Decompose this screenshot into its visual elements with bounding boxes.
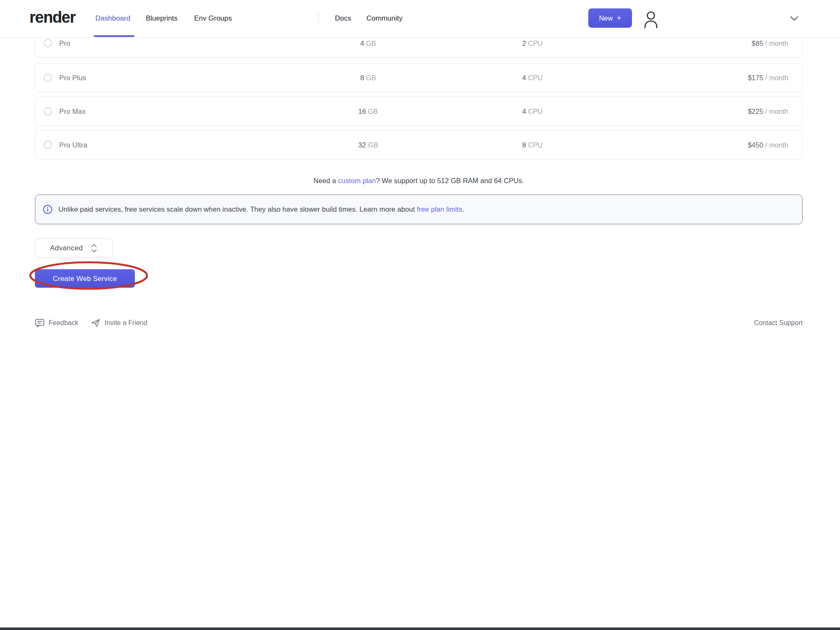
expand-collapse-icon: [90, 243, 98, 253]
plan-row-pro-ultra[interactable]: Pro Ultra 32 GB 8 CPU $450 / month: [35, 130, 803, 160]
feedback-button[interactable]: Feedback: [35, 319, 78, 328]
info-circle-icon: [43, 205, 53, 214]
custom-plan-link[interactable]: custom plan: [338, 177, 376, 184]
plan-cpu: 4 CPU: [522, 74, 543, 82]
chevron-down-icon[interactable]: [790, 16, 798, 21]
plan-row-pro-max[interactable]: Pro Max 16 GB 4 CPU $225 / month: [35, 97, 803, 126]
user-avatar-icon: [643, 10, 659, 29]
advanced-toggle[interactable]: Advanced: [35, 239, 113, 258]
plus-icon: +: [616, 13, 621, 23]
plan-ram: 4 GB: [360, 39, 376, 47]
nav-item-community[interactable]: Community: [366, 14, 403, 23]
plan-cpu: 2 CPU: [522, 39, 543, 47]
invite-friend-label: Invite a Friend: [105, 319, 147, 327]
feedback-label: Feedback: [49, 319, 78, 327]
plan-price: $450 / month: [748, 141, 788, 149]
create-web-service-button[interactable]: Create Web Service: [35, 269, 135, 288]
plan-radio-pro-ultra[interactable]: [44, 141, 52, 149]
nav-item-env-groups[interactable]: Env Groups: [194, 14, 232, 23]
plan-radio-pro-plus[interactable]: [44, 74, 52, 82]
top-nav-bar: render Dashboard Blueprints Env Groups D…: [0, 0, 840, 38]
plan-ram: 32 GB: [358, 141, 378, 149]
plan-row-pro-plus[interactable]: Pro Plus 8 GB 4 CPU $175 / month: [35, 63, 803, 92]
plan-name: Pro Max: [59, 108, 86, 116]
new-button[interactable]: New +: [588, 8, 632, 28]
nav-item-docs[interactable]: Docs: [335, 14, 351, 23]
plan-ram: 8 GB: [360, 74, 376, 82]
render-logo: render: [29, 8, 75, 26]
custom-plan-note: Need a custom plan? We support up to 512…: [35, 177, 803, 186]
plan-name: Pro Ultra: [59, 141, 87, 149]
plan-radio-pro[interactable]: [44, 39, 52, 47]
contact-support-link[interactable]: Contact Support: [754, 319, 803, 327]
nav-item-blueprints[interactable]: Blueprints: [146, 14, 178, 23]
feedback-bubble-icon: [35, 319, 45, 328]
nav-item-dashboard[interactable]: Dashboard: [95, 14, 130, 23]
advanced-label: Advanced: [50, 244, 83, 252]
plan-radio-pro-max[interactable]: [44, 107, 52, 116]
plan-ram: 16 GB: [358, 108, 378, 116]
invite-friend-button[interactable]: Invite a Friend: [91, 318, 147, 328]
info-banner-text: Unlike paid services, free services scal…: [58, 205, 464, 213]
plan-selection-section: Pro 4 GB 2 CPU $85 / month Pro Plus 8 GB…: [35, 38, 803, 328]
plan-price: $225 / month: [748, 108, 788, 116]
nav-divider: [318, 12, 319, 25]
new-button-label: New: [599, 14, 613, 22]
free-plan-limits-link[interactable]: free plan limits: [417, 205, 462, 213]
render-create-web-service-page: { "nav": { "logo": "render", "items": [ …: [0, 0, 840, 630]
viewport-bottom-bar: [0, 627, 840, 630]
page-footer: Feedback Invite a Friend Contact Support: [35, 318, 803, 328]
account-menu-button[interactable]: [643, 10, 659, 29]
free-plan-info-banner: Unlike paid services, free services scal…: [35, 194, 803, 224]
paper-plane-icon: [91, 318, 100, 328]
plan-price: $85 / month: [752, 39, 788, 47]
plan-name: Pro: [59, 39, 70, 47]
plan-row-pro[interactable]: Pro 4 GB 2 CPU $85 / month: [35, 38, 803, 58]
plan-cpu: 4 CPU: [522, 108, 543, 116]
plan-price: $175 / month: [748, 74, 788, 82]
plan-cpu: 8 CPU: [522, 141, 543, 149]
plan-name: Pro Plus: [59, 74, 86, 82]
